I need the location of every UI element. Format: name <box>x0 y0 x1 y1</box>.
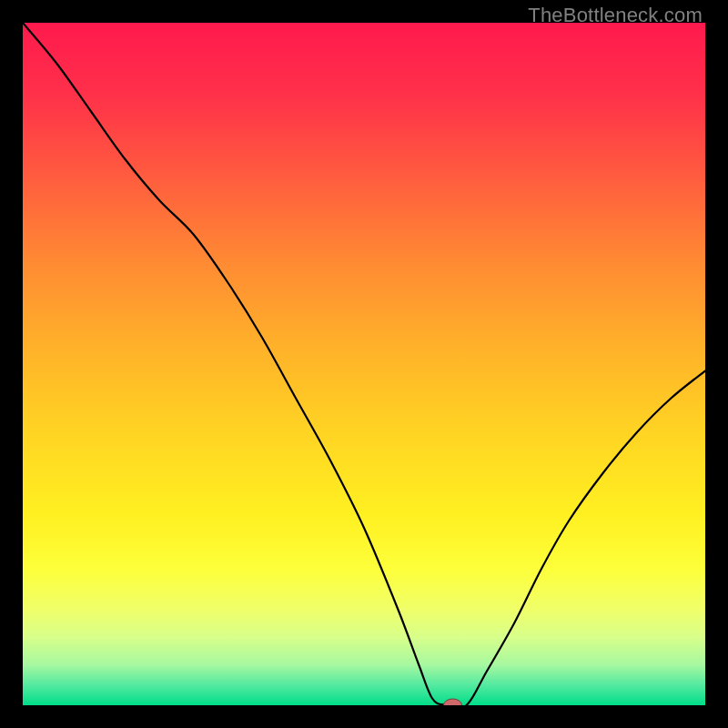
plot-area <box>23 23 705 705</box>
gradient-background <box>23 23 705 705</box>
watermark-text: TheBottleneck.com <box>528 4 703 27</box>
chart-svg <box>23 23 705 705</box>
chart-frame: TheBottleneck.com <box>0 0 728 728</box>
